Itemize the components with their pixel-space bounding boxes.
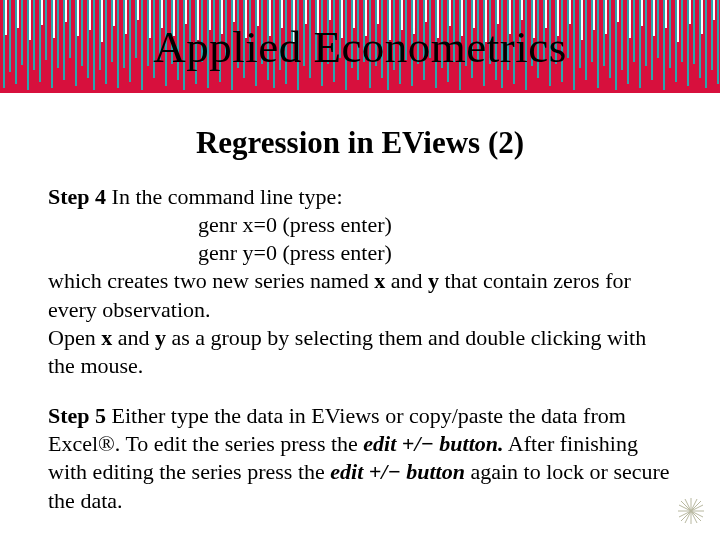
step-4-series-x-2: x bbox=[101, 325, 112, 350]
step-4: Step 4 In the command line type: genr x=… bbox=[48, 183, 672, 380]
step-4-tail-1a: which creates two new series named bbox=[48, 268, 374, 293]
step-4-series-y-2: y bbox=[155, 325, 166, 350]
step-4-label: Step 4 bbox=[48, 184, 106, 209]
step-4-series-y: y bbox=[428, 268, 439, 293]
banner-title: Applied Econometrics bbox=[0, 0, 720, 93]
step-4-code-1: genr x=0 (press enter) bbox=[48, 211, 672, 239]
banner: Applied Econometrics bbox=[0, 0, 720, 93]
step-4-tail-1b: and bbox=[385, 268, 428, 293]
step-5-button-2: edit +/− button bbox=[330, 459, 465, 484]
step-5-label: Step 5 bbox=[48, 403, 106, 428]
step-4-tail-2b: and bbox=[112, 325, 155, 350]
slide-subtitle: Regression in EViews (2) bbox=[48, 125, 672, 161]
step-4-lead: In the command line type: bbox=[106, 184, 342, 209]
step-4-series-x: x bbox=[374, 268, 385, 293]
step-4-code-2: genr y=0 (press enter) bbox=[48, 239, 672, 267]
step-4-tail-2a: Open bbox=[48, 325, 101, 350]
slide-body: Regression in EViews (2) Step 4 In the c… bbox=[0, 93, 720, 515]
step-5: Step 5 Either type the data in EViews or… bbox=[48, 402, 672, 515]
step-5-button-1: edit +/− button. bbox=[363, 431, 503, 456]
spark-icon bbox=[676, 496, 706, 526]
